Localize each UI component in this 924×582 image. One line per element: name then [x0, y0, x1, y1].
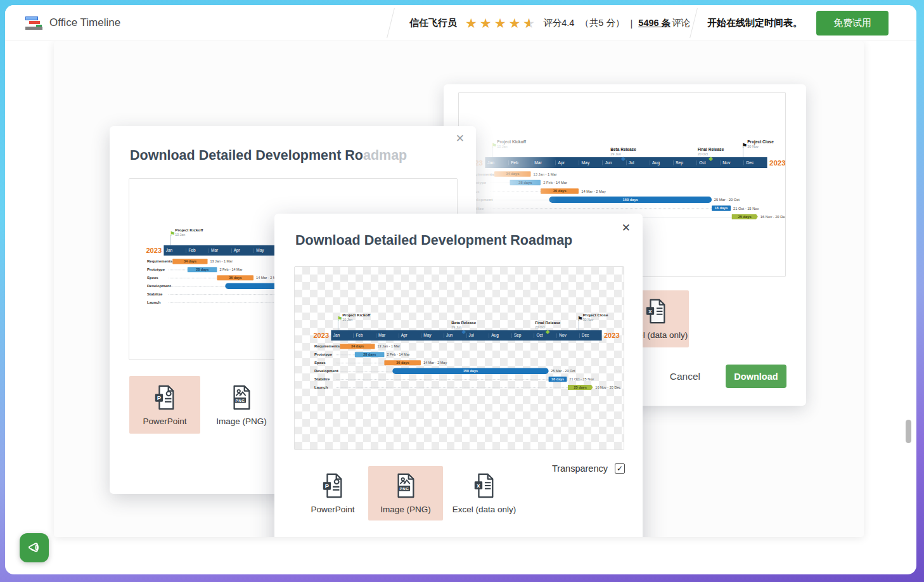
task-dates: 2 Feb - 14 Mar — [387, 352, 409, 356]
format-option-excel[interactable]: x Excel (data only) — [447, 466, 522, 521]
svg-text:PNG: PNG — [236, 398, 245, 402]
task-label: Stabilize — [314, 377, 330, 382]
header-cta: 开始在线制定时间表。 免费试用 — [707, 5, 889, 41]
month-jan: Jan — [485, 160, 509, 165]
download-button[interactable]: Download — [726, 365, 786, 388]
star-icon: ★ — [494, 16, 506, 30]
task-row-requirements: Requirements34 days13 Jan - 1 Mar — [331, 342, 601, 351]
format-option-powerpoint[interactable]: P PowerPoint — [129, 376, 200, 434]
site-header: Office Timeline 信任飞行员 ★★★★★★ 评分4.4 （共5 分… — [5, 5, 916, 41]
trustpilot-rating: 信任飞行员 ★★★★★★ 评分4.4 （共5 分） | 5496 条 评论 — [409, 5, 690, 41]
announcement-button[interactable] — [20, 533, 49, 562]
task-track: 18 days21 Oct - 15 Nov — [485, 204, 767, 213]
month-sep: Sep — [511, 333, 534, 337]
format-option-image-png[interactable]: PNG Image (PNG) — [206, 376, 277, 434]
leader-line — [491, 183, 510, 183]
header-divider — [690, 8, 698, 38]
scrollbar-thumb[interactable] — [906, 420, 911, 443]
task-dates: 16 Nov - 20 Dec — [760, 215, 786, 219]
leader-line — [336, 379, 548, 380]
milestone-final-release: Final Release20 Oct◆ — [698, 147, 724, 161]
close-icon[interactable]: ✕ — [456, 133, 465, 144]
month-aug: Aug — [489, 333, 511, 337]
task-label: Prototype — [314, 352, 332, 357]
task-label: Stabilize — [147, 292, 162, 297]
flag-icon: ⚑ — [491, 143, 497, 149]
task-track: 36 days14 Mar - 2 May — [485, 187, 767, 196]
reviews-count-link[interactable]: 5496 条 — [638, 17, 671, 29]
task-dates: 25 Mar - 20 Oct — [551, 369, 575, 373]
task-bar: 150 days — [392, 368, 548, 374]
flag-icon: ⚑ — [170, 231, 176, 237]
task-bar: 25 days — [731, 214, 757, 220]
svg-text:x: x — [477, 482, 480, 489]
month-dec: Dec — [579, 333, 602, 337]
month-feb: Feb — [508, 160, 532, 165]
year-label: 2023 — [147, 245, 164, 255]
year-label: 2023 — [314, 330, 331, 340]
leader-line — [491, 208, 712, 209]
task-track: 150 days25 Mar - 20 Oct — [485, 195, 767, 204]
task-dates: 14 Mar - 2 May — [423, 361, 447, 365]
cancel-button[interactable]: Cancel — [670, 371, 700, 382]
leader-line — [491, 200, 549, 200]
png-file-icon: PNG — [229, 384, 253, 411]
format-label: Excel (data only) — [452, 505, 517, 514]
task-label: Launch — [314, 385, 328, 390]
task-dates: 2 Feb - 14 Mar — [219, 268, 242, 271]
free-trial-button[interactable]: 免费试用 — [816, 11, 889, 36]
task-dates: 25 Mar - 20 Oct — [714, 198, 740, 202]
task-row-launch: Launch25 days16 Nov - 20 Dec — [331, 383, 601, 391]
star-icon: ★ — [465, 16, 477, 30]
diamond-icon: ◆ — [461, 330, 466, 333]
format-option-powerpoint[interactable]: P PowerPoint — [295, 466, 370, 521]
task-bar: 34 days — [172, 259, 207, 264]
month-sep: Sep — [673, 160, 696, 165]
task-track: 25 days16 Nov - 20 Dec — [331, 383, 601, 391]
leader-line — [336, 371, 392, 372]
task-row-specs: Specs36 days14 Mar - 2 May — [331, 359, 601, 367]
page: Office Timeline 信任飞行员 ★★★★★★ 评分4.4 （共5 分… — [5, 5, 916, 574]
month-mar: Mar — [209, 248, 231, 252]
month-aug: Aug — [650, 160, 673, 165]
task-row-prototype: Prototype28 days2 Feb - 14 Mar — [485, 178, 767, 187]
format-option-image-png[interactable]: PNG Image (PNG) — [368, 466, 443, 521]
close-icon[interactable]: ✕ — [622, 223, 631, 233]
svg-text:P: P — [325, 482, 330, 489]
leader-line — [336, 387, 568, 388]
month-feb: Feb — [354, 333, 376, 337]
brand-name: Office Timeline — [49, 16, 120, 29]
megaphone-icon — [26, 540, 43, 557]
leader-line — [169, 278, 217, 278]
content-card: ⚑Project Kickoff10 JanBeta Release29 Jun… — [54, 41, 864, 537]
excel-file-icon: x — [472, 472, 496, 499]
task-label: Launch — [147, 301, 160, 305]
milestone-final-release: Final Release20 Oct◆ — [535, 320, 560, 333]
task-dates: 16 Nov - 20 Dec — [595, 385, 620, 389]
task-row-development: Development150 days25 Mar - 20 Oct — [331, 366, 601, 375]
milestone-beta-release: Beta Release29 Jun◆ — [451, 320, 476, 333]
month-jan: Jan — [331, 333, 353, 337]
year-label: 2023 — [767, 157, 785, 168]
month-may: May — [421, 333, 444, 337]
diamond-icon: ◆ — [621, 157, 626, 161]
month-may: May — [579, 160, 603, 165]
diamond-icon: ◆ — [709, 157, 713, 161]
task-bar: 18 days — [712, 205, 731, 211]
leader-line — [169, 269, 188, 270]
task-track: 150 days25 Mar - 20 Oct — [331, 366, 601, 375]
rating-value: 评分4.4 — [543, 17, 574, 29]
year-label: 2023 — [602, 330, 619, 340]
transparency-checkbox[interactable]: ✓ — [615, 463, 625, 474]
task-row-specs: Specs36 days14 Mar - 2 May — [485, 187, 767, 196]
task-bar: 150 days — [549, 197, 712, 203]
task-bar: 18 days — [548, 377, 567, 382]
month-may: May — [253, 248, 276, 252]
svg-text:P: P — [157, 394, 162, 401]
dialog-title-main: Download Detailed Development Ro — [130, 148, 363, 163]
trustpilot-label: 信任飞行员 — [409, 17, 457, 29]
brand[interactable]: Office Timeline — [25, 5, 120, 41]
task-bar: 34 days — [494, 171, 530, 177]
month-dec: Dec — [743, 160, 767, 165]
milestone-beta-release: Beta Release29 Jun◆ — [610, 147, 636, 161]
